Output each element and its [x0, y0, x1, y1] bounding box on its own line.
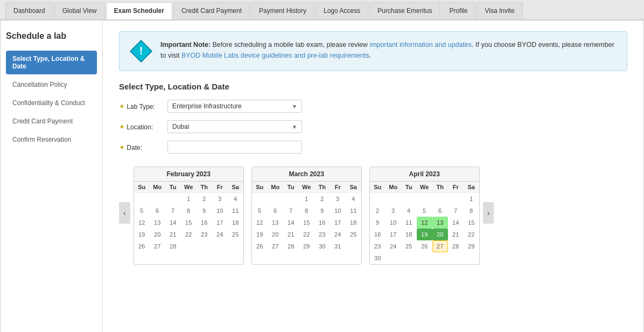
sidebar-item-credit-card-payment[interactable]: Credit Card Payment [6, 113, 97, 129]
cal-day[interactable]: 18 [401, 229, 417, 240]
cal-day[interactable]: 24 [386, 240, 401, 252]
notice-link2[interactable]: BYOD Mobile Labs device guidelines and p… [181, 52, 369, 59]
cal-day[interactable]: 21 [165, 229, 181, 240]
cal-day[interactable]: 16 [370, 229, 386, 240]
cal-day[interactable]: 2 [370, 205, 386, 217]
cal-day[interactable]: 10 [386, 217, 401, 229]
cal-day[interactable]: 14 [283, 217, 299, 229]
sidebar-item-cancellation-policy[interactable]: Cancellation Policy [6, 77, 97, 93]
cal-day[interactable]: 3 [212, 193, 228, 205]
cal-day[interactable]: 26 [134, 240, 150, 252]
cal-day-today[interactable]: 27 [432, 240, 448, 252]
cal-day[interactable]: 4 [401, 205, 417, 217]
cal-day[interactable]: 22 [181, 229, 197, 240]
cal-day[interactable]: 17 [386, 229, 401, 240]
sidebar-item-confidentiality[interactable]: Confidentiality & Conduct [6, 95, 97, 111]
lab-type-select[interactable]: Enterprise Infrastructure ▼ [167, 100, 302, 113]
cal-day[interactable]: 6 [432, 205, 448, 217]
cal-day[interactable]: 12 [134, 217, 150, 229]
cal-day-highlight[interactable]: 20 [432, 229, 448, 240]
cal-day[interactable]: 2 [197, 193, 212, 205]
tab-visa-invite[interactable]: Visa Invite [477, 2, 522, 19]
cal-day[interactable]: 9 [314, 205, 330, 217]
cal-day[interactable]: 11 [401, 217, 417, 229]
cal-day[interactable]: 18 [346, 217, 361, 229]
cal-day[interactable]: 10 [330, 205, 346, 217]
notice-link1[interactable]: important information and updates [369, 41, 472, 49]
cal-day[interactable]: 26 [252, 240, 268, 252]
cal-day[interactable]: 5 [417, 205, 432, 217]
cal-day[interactable]: 1 [464, 193, 479, 205]
cal-day[interactable]: 1 [181, 193, 197, 205]
cal-day[interactable]: 28 [165, 240, 181, 252]
cal-day[interactable]: 8 [181, 205, 197, 217]
cal-day[interactable]: 19 [252, 229, 268, 240]
cal-day[interactable]: 4 [228, 193, 243, 205]
cal-day[interactable]: 16 [314, 217, 330, 229]
cal-day[interactable]: 18 [228, 217, 243, 229]
cal-day[interactable]: 3 [330, 193, 346, 205]
cal-day[interactable]: 5 [252, 205, 268, 217]
tab-global-view[interactable]: Global View [54, 2, 105, 19]
cal-day[interactable]: 15 [299, 217, 314, 229]
sidebar-item-confirm-reservation[interactable]: Confirm Reservation [6, 132, 97, 148]
cal-day[interactable]: 12 [252, 217, 268, 229]
cal-day[interactable]: 24 [212, 229, 228, 240]
sidebar-item-select-type[interactable]: Select Type, Location & Date [6, 51, 97, 74]
cal-day[interactable]: 20 [150, 229, 165, 240]
tab-logo-access[interactable]: Logo Access [316, 2, 368, 19]
cal-day[interactable]: 8 [299, 205, 314, 217]
cal-day[interactable]: 27 [150, 240, 165, 252]
cal-day[interactable]: 11 [346, 205, 361, 217]
cal-day[interactable]: 29 [464, 240, 479, 252]
cal-day[interactable]: 13 [150, 217, 165, 229]
cal-day[interactable]: 14 [448, 217, 464, 229]
cal-day[interactable]: 11 [228, 205, 243, 217]
cal-day[interactable]: 23 [314, 229, 330, 240]
cal-day[interactable]: 19 [134, 229, 150, 240]
cal-day[interactable]: 23 [370, 240, 386, 252]
cal-day[interactable]: 2 [314, 193, 330, 205]
cal-day[interactable]: 3 [386, 205, 401, 217]
cal-day[interactable]: 7 [165, 205, 181, 217]
tab-dashboard[interactable]: Dashboard [5, 2, 53, 19]
cal-day[interactable]: 15 [464, 217, 479, 229]
cal-day[interactable]: 6 [150, 205, 165, 217]
cal-day[interactable]: 13 [268, 217, 283, 229]
cal-day[interactable]: 21 [283, 229, 299, 240]
cal-day[interactable]: 14 [165, 217, 181, 229]
cal-day-highlight[interactable]: 19 [417, 229, 432, 240]
cal-day[interactable]: 9 [370, 217, 386, 229]
date-input[interactable] [167, 141, 302, 154]
cal-day[interactable]: 28 [283, 240, 299, 252]
cal-day[interactable]: 25 [228, 229, 243, 240]
cal-day-green[interactable]: 12 [417, 217, 432, 229]
cal-day[interactable]: 5 [134, 205, 150, 217]
cal-day[interactable]: 7 [283, 205, 299, 217]
cal-day[interactable]: 24 [330, 229, 346, 240]
calendar-prev-button[interactable]: ‹ [119, 202, 130, 224]
cal-day[interactable]: 27 [268, 240, 283, 252]
tab-payment-history[interactable]: Payment History [251, 2, 314, 19]
cal-day[interactable]: 4 [346, 193, 361, 205]
cal-day[interactable]: 22 [464, 229, 479, 240]
cal-day[interactable]: 25 [346, 229, 361, 240]
cal-day[interactable]: 25 [401, 240, 417, 252]
cal-day[interactable]: 16 [197, 217, 212, 229]
cal-day[interactable]: 20 [268, 229, 283, 240]
location-select[interactable]: Dubai ▼ [167, 120, 302, 133]
cal-day[interactable]: 1 [299, 193, 314, 205]
tab-purchase-emeritus[interactable]: Purchase Emeritus [369, 2, 440, 19]
calendar-next-button[interactable]: › [483, 202, 494, 224]
cal-day[interactable]: 30 [314, 240, 330, 252]
cal-day[interactable]: 10 [212, 205, 228, 217]
cal-day[interactable]: 22 [299, 229, 314, 240]
cal-day[interactable]: 8 [464, 205, 479, 217]
cal-day[interactable]: 30 [370, 252, 386, 264]
cal-day[interactable]: 29 [299, 240, 314, 252]
cal-day-green[interactable]: 13 [432, 217, 448, 229]
cal-day[interactable]: 31 [330, 240, 346, 252]
cal-day[interactable]: 23 [197, 229, 212, 240]
cal-day[interactable]: 6 [268, 205, 283, 217]
tab-exam-scheduler[interactable]: Exam Scheduler [106, 2, 172, 19]
